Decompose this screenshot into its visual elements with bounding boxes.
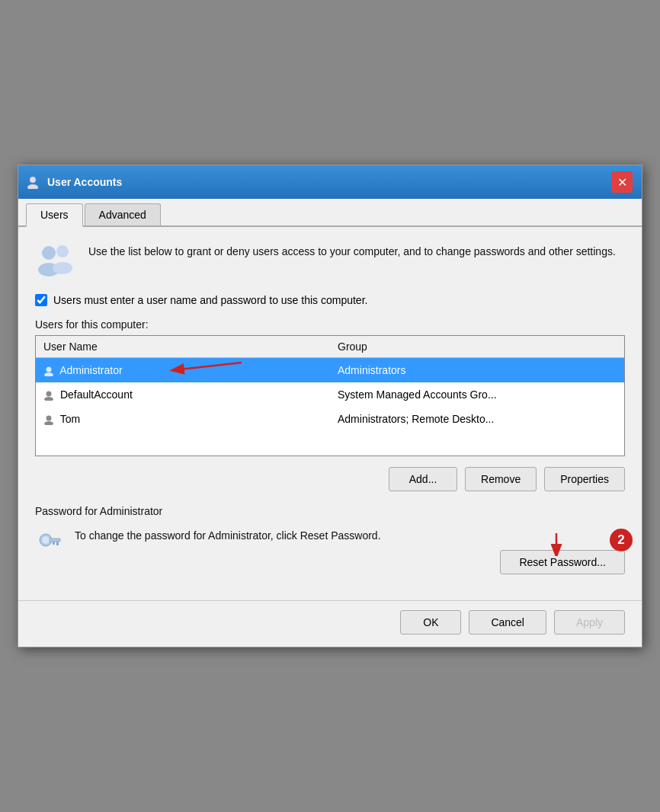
svg-point-10: [46, 391, 52, 396]
checkbox-row: Users must enter a user name and passwor…: [35, 294, 625, 306]
row-user-icon: [43, 390, 54, 401]
svg-point-13: [44, 421, 53, 425]
svg-point-5: [53, 262, 72, 274]
tab-advanced[interactable]: Advanced: [85, 203, 161, 225]
footer: OK Cancel Apply: [18, 600, 642, 647]
cell-username: Administrator: [36, 358, 330, 382]
add-button[interactable]: Add...: [389, 467, 457, 491]
svg-line-9: [173, 363, 242, 370]
col-username: User Name: [36, 336, 330, 358]
apply-button[interactable]: Apply: [554, 610, 625, 635]
svg-point-0: [30, 177, 36, 183]
arrow-to-administrator: [158, 356, 249, 384]
row-user-icon: [43, 414, 54, 425]
title-bar-left: User Accounts: [27, 175, 122, 189]
col-group: Group: [330, 336, 624, 358]
svg-point-12: [46, 415, 52, 420]
title-bar: User Accounts ✕: [18, 165, 642, 199]
title-icon: [27, 175, 41, 189]
user-table-container: User Name Group Administrator: [35, 335, 625, 456]
table-row-empty: [36, 431, 624, 456]
svg-point-4: [56, 245, 69, 257]
close-button[interactable]: ✕: [611, 171, 633, 193]
intro-section: Use the list below to grant or deny user…: [35, 241, 625, 282]
key-icon: [35, 529, 64, 558]
cell-group: System Managed Accounts Gro...: [330, 382, 624, 407]
password-section: Password for Administrator To change the…: [35, 505, 625, 577]
properties-button[interactable]: Properties: [544, 467, 625, 491]
svg-point-11: [44, 397, 53, 401]
user-accounts-dialog: User Accounts ✕ Users Advanced Use the l…: [18, 165, 642, 647]
cell-group: Administrators: [330, 358, 624, 382]
svg-rect-18: [53, 542, 55, 545]
table-row[interactable]: Tom Administrators; Remote Deskto...: [36, 407, 624, 431]
svg-point-2: [42, 246, 56, 260]
must-enter-password-checkbox[interactable]: [35, 294, 47, 306]
cell-username: DefaultAccount: [36, 382, 330, 407]
tab-bar: Users Advanced: [18, 199, 642, 227]
user-table: User Name Group Administrator: [36, 336, 624, 456]
cell-username: Tom: [36, 407, 330, 431]
row-user-icon: [43, 366, 54, 376]
password-section-label: Password for Administrator: [35, 505, 625, 517]
password-inner: To change the password for Administrator…: [35, 525, 625, 577]
cell-group: Administrators; Remote Deskto...: [330, 407, 624, 431]
password-desc: To change the password for Administrator…: [75, 528, 625, 544]
users-section-label: Users for this computer:: [35, 318, 625, 331]
tab-content: Use the list below to grant or deny user…: [18, 227, 642, 600]
reset-password-button[interactable]: Reset Password...: [500, 550, 625, 574]
svg-rect-16: [50, 539, 60, 542]
password-desc-wrap: To change the password for Administrator…: [75, 528, 625, 574]
table-row[interactable]: DefaultAccount System Managed Accounts G…: [36, 382, 624, 407]
ok-button[interactable]: OK: [400, 610, 461, 635]
intro-text: Use the list below to grant or deny user…: [88, 241, 616, 260]
action-buttons: Add... Remove Properties: [35, 467, 625, 491]
table-row[interactable]: Administrator Admini: [36, 358, 624, 382]
svg-point-15: [42, 536, 50, 544]
svg-point-6: [46, 367, 52, 372]
reset-btn-wrap: 2 Reset Password...: [75, 550, 625, 574]
tab-users[interactable]: Users: [26, 203, 83, 227]
users-icon: [35, 241, 76, 282]
annotation-badge-2: 2: [610, 529, 633, 551]
svg-point-1: [27, 184, 38, 189]
window-title: User Accounts: [47, 176, 122, 188]
cancel-button[interactable]: Cancel: [469, 610, 546, 635]
remove-button[interactable]: Remove: [465, 467, 537, 491]
checkbox-label: Users must enter a user name and passwor…: [53, 294, 367, 306]
svg-rect-17: [56, 542, 59, 545]
svg-point-7: [44, 372, 53, 376]
